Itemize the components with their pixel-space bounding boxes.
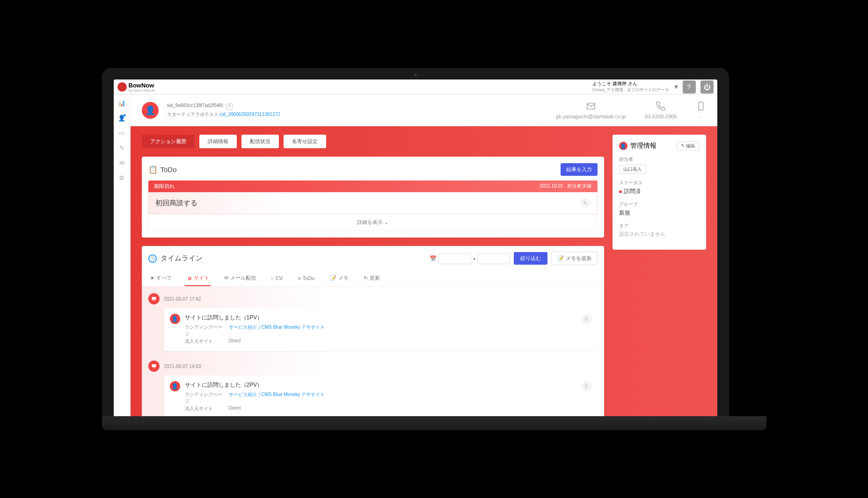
tl-tab-mail[interactable]: ✉メール配信 bbox=[222, 271, 258, 286]
clock-icon: 🕐 bbox=[148, 254, 157, 263]
main-content: 👤 sid_9e883cc138f7ad2f54f0 ✎ スターティアラボテスト… bbox=[131, 94, 717, 416]
help-button[interactable]: ? bbox=[683, 80, 696, 94]
welcome-text: ようこそ 建橋輝 さん bbox=[592, 80, 670, 87]
svg-rect-5 bbox=[152, 364, 156, 367]
tab-detail-info[interactable]: 詳細情報 bbox=[199, 135, 237, 148]
mobile-icon bbox=[696, 101, 706, 111]
nav-dashboard-icon[interactable]: 📊 bbox=[117, 98, 126, 108]
brand-sub: by Cloud CIRCUS bbox=[129, 89, 155, 92]
overdue-label: 期限切れ bbox=[154, 183, 175, 190]
circle-icon: ○ bbox=[271, 275, 274, 281]
lead-sid: sid_9e883cc138f7ad2f54f0 bbox=[167, 103, 223, 108]
user-info[interactable]: ようこそ 建橋輝 さん Circus_デモ環境 - 全てのサイトのデータ bbox=[592, 80, 670, 93]
lp-link[interactable]: サービス紹介｜CMS Blue Moneky デモサイト bbox=[229, 391, 325, 404]
timeline-card: 👤 サイトに訪問しました（2PV） ランディングページサービス紹介｜CMS Bl… bbox=[164, 375, 598, 416]
edit-sid-button[interactable]: ✎ bbox=[226, 103, 233, 110]
timeline-panel: 🕐 タイムライン 📅 - 絞り込む 📝 メモ bbox=[142, 246, 604, 416]
app-screen: BowNow by Cloud CIRCUS ようこそ 建橋輝 さん Circu… bbox=[114, 79, 717, 416]
todo-title: ToDo bbox=[160, 166, 561, 173]
side-nav: 📊 👤 ▭ ✎ ✉ ⚙ bbox=[114, 94, 131, 416]
svg-rect-6 bbox=[153, 368, 155, 368]
copy-button[interactable]: ⎘ bbox=[582, 381, 592, 391]
timeline-item: 2021-06-07 14:03 👤 サイトに訪問しました（2PV） ランディン… bbox=[148, 361, 598, 416]
group-value: 新規 bbox=[619, 209, 700, 217]
assignee-value[interactable]: 山口岳人 bbox=[619, 165, 646, 174]
chevron-down-icon: ⌄ bbox=[384, 219, 388, 225]
overdue-date: 2021.10.01 bbox=[540, 183, 563, 188]
assignee-label: 担当者 bbox=[619, 156, 700, 163]
nav-mail-icon[interactable]: ✉ bbox=[117, 158, 126, 167]
mgmt-title: 管理情報 bbox=[630, 142, 674, 150]
main-tabs: アクション履歴 詳細情報 配信状況 名寄せ設定 bbox=[142, 135, 604, 148]
svg-rect-3 bbox=[152, 297, 156, 300]
app-body: 📊 👤 ▭ ✎ ✉ ⚙ 👤 sid_9e883cc138f7ad2f54f0 ✎ bbox=[114, 94, 717, 416]
contact-phone[interactable]: 03-5339-2905 bbox=[645, 101, 677, 119]
contact-email[interactable]: gk.yamaguchi@startialab.co.jp bbox=[556, 101, 626, 119]
tl-tab-memo[interactable]: 📝メモ bbox=[328, 271, 350, 286]
group-label: グループ bbox=[619, 201, 700, 208]
status-dot-icon bbox=[619, 190, 622, 193]
date-from-input[interactable] bbox=[438, 253, 471, 264]
brand-name: BowNow bbox=[129, 82, 155, 89]
refresh-icon: ↻ bbox=[364, 275, 368, 281]
contact-mobile[interactable]: - bbox=[696, 101, 706, 119]
nav-forms-icon[interactable]: ▭ bbox=[117, 128, 126, 137]
calendar-icon[interactable]: 📅 bbox=[430, 255, 437, 262]
mgmt-edit-button[interactable]: ✎ 編集 bbox=[677, 141, 700, 151]
tl-tab-update[interactable]: ↻更新 bbox=[362, 271, 382, 286]
lp-link[interactable]: サービス紹介｜CMS Blue Moneky デモサイト bbox=[229, 324, 325, 337]
enter-result-button[interactable]: 結果を入力 bbox=[561, 163, 598, 176]
todo-panel: 📋 ToDo 結果を入力 期限切れ 2021.10.01 担当者:大堀 bbox=[142, 157, 604, 238]
timeline-header: 🕐 タイムライン 📅 - 絞り込む 📝 メモ bbox=[142, 246, 604, 271]
lead-sid-row: sid_9e883cc138f7ad2f54f0 ✎ bbox=[167, 103, 280, 110]
overdue-bar: 期限切れ 2021.10.01 担当者:大堀 bbox=[148, 180, 598, 192]
overdue-meta: 2021.10.01 担当者:大堀 bbox=[540, 183, 591, 190]
lead-company: スターティアラボテスト bbox=[167, 112, 219, 117]
tab-action-history[interactable]: アクション履歴 bbox=[142, 135, 195, 148]
tl-tab-todo[interactable]: ≡ToDo bbox=[296, 271, 316, 286]
nav-settings-icon[interactable]: ⚙ bbox=[117, 173, 126, 182]
date-range: 📅 - bbox=[430, 253, 510, 264]
lead-header: 👤 sid_9e883cc138f7ad2f54f0 ✎ スターティアラボテスト… bbox=[131, 94, 717, 126]
todo-body: 初回商談する ✎ bbox=[148, 192, 598, 214]
date-separator: - bbox=[473, 254, 475, 263]
phone-icon bbox=[656, 101, 666, 111]
status-label: ステータス bbox=[619, 180, 700, 186]
todo-task-text: 初回商談する bbox=[155, 199, 580, 208]
lead-company-row: スターティアラボテスト cid_39006260297311381272 bbox=[167, 111, 280, 118]
show-detail-button[interactable]: 詳細を表示 ⌄ bbox=[148, 214, 598, 231]
power-button[interactable]: ⏻ bbox=[700, 80, 714, 94]
filter-button[interactable]: 絞り込む bbox=[514, 252, 547, 265]
timeline-body: 2021-06-07 17:42 👤 サイトに訪問しました（1PV） ランディン… bbox=[142, 287, 604, 416]
dropdown-caret-icon[interactable]: ▾ bbox=[674, 82, 678, 91]
envelope-icon: ✉ bbox=[224, 275, 228, 281]
laptop-camera-icon bbox=[414, 73, 417, 76]
brand-logo[interactable]: BowNow by Cloud CIRCUS bbox=[117, 82, 155, 92]
monitor-icon: 🖥 bbox=[187, 275, 192, 281]
brand-logo-icon bbox=[117, 82, 127, 92]
lead-contacts: gk.yamaguchi@startialab.co.jp 03-5339-29… bbox=[556, 101, 706, 119]
timeline-marker-icon bbox=[148, 361, 160, 372]
tag-label: タグ bbox=[619, 223, 700, 229]
nav-edit-icon[interactable]: ✎ bbox=[117, 143, 126, 152]
contact-phone-value: 03-5339-2905 bbox=[645, 114, 677, 119]
copy-button[interactable]: ⎘ bbox=[582, 314, 592, 324]
timeline-item: 2021-06-07 17:42 👤 サイトに訪問しました（1PV） ランディン… bbox=[148, 293, 598, 351]
memo-icon: 📝 bbox=[557, 255, 565, 261]
nav-leads-icon[interactable]: 👤 bbox=[117, 113, 126, 123]
add-memo-button[interactable]: 📝 メモを追加 bbox=[551, 252, 597, 265]
todo-header: 📋 ToDo 結果を入力 bbox=[148, 163, 598, 176]
timeline-title: タイムライン bbox=[160, 254, 426, 263]
svg-rect-0 bbox=[587, 103, 595, 109]
envelope-icon bbox=[586, 101, 596, 111]
tl-tab-site[interactable]: 🖥サイト bbox=[185, 271, 211, 286]
tab-name-merge[interactable]: 名寄せ設定 bbox=[284, 135, 326, 148]
svg-rect-4 bbox=[153, 300, 155, 301]
timeline-tabs: ➤すべて 🖥サイト ✉メール配信 ○CV ≡ToDo 📝メモ ↻更新 bbox=[142, 271, 604, 287]
date-to-input[interactable] bbox=[477, 253, 510, 264]
lead-cid-link[interactable]: cid_39006260297311381272 bbox=[219, 112, 280, 117]
tab-delivery-status[interactable]: 配信状況 bbox=[241, 135, 279, 148]
todo-edit-button[interactable]: ✎ bbox=[580, 198, 591, 208]
tl-tab-all[interactable]: ➤すべて bbox=[148, 271, 174, 286]
tl-tab-cv[interactable]: ○CV bbox=[269, 271, 285, 286]
